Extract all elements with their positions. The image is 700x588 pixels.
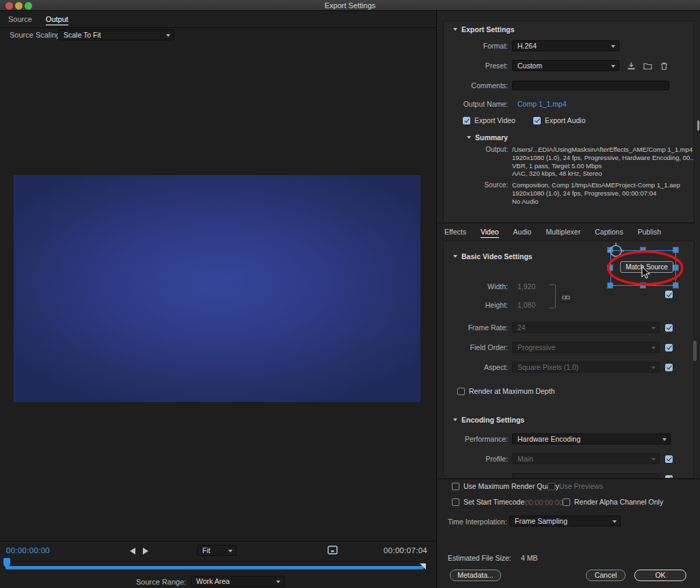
render-max-depth-toggle[interactable]: Render at Maximum Depth [457, 387, 554, 395]
render-alpha-toggle[interactable]: Render Alpha Channel Only [563, 498, 663, 506]
use-previews-checkbox [548, 483, 555, 490]
tab-audio[interactable]: Audio [513, 225, 532, 239]
set-start-timecode-toggle[interactable]: Set Start Timecode [452, 498, 524, 506]
encoding-settings-header[interactable]: Encoding Settings [453, 415, 524, 425]
tab-video[interactable]: Video [481, 225, 499, 239]
chain-link-icon [562, 295, 570, 300]
export-audio-label: Export Audio [545, 116, 586, 124]
use-max-quality-toggle[interactable]: Use Maximum Render Quality [452, 482, 559, 490]
profile-label: Profile: [444, 455, 508, 463]
render-max-depth-row: Render at Maximum Depth [444, 386, 694, 397]
summary-line: No Audio [512, 198, 694, 206]
preset-select[interactable]: Custom [512, 60, 619, 71]
match-source-button[interactable]: Match Source [620, 261, 673, 273]
tab-multiplexer[interactable]: Multiplexer [546, 225, 580, 239]
frame-rate-select: 24 [512, 322, 660, 333]
tab-publish[interactable]: Publish [638, 225, 661, 239]
in-point-icon[interactable] [130, 548, 135, 554]
source-scaling-row: Source Scaling: Scale To Fit [0, 29, 436, 41]
ok-button[interactable]: OK [634, 570, 686, 581]
comments-label: Comments: [444, 81, 508, 90]
export-audio-toggle[interactable]: Export Audio [533, 116, 586, 124]
render-max-depth-checkbox[interactable] [457, 388, 465, 395]
window-controls [5, 2, 32, 10]
export-audio-checkbox[interactable] [533, 117, 541, 124]
render-alpha-checkbox[interactable] [563, 498, 570, 506]
height-label: Height: [444, 301, 508, 309]
source-range-value: Work Area [196, 577, 230, 585]
source-scaling-select[interactable]: Scale To Fit [58, 29, 174, 40]
format-select[interactable]: H.264 [512, 40, 619, 51]
tab-source[interactable]: Source [8, 12, 32, 27]
comments-row: Comments: [444, 80, 694, 91]
out-point-icon[interactable] [143, 548, 148, 554]
zoom-window-button[interactable] [25, 2, 32, 10]
use-max-quality-checkbox[interactable] [452, 483, 459, 490]
source-range-select[interactable]: Work Area [191, 576, 284, 587]
settings-scrollbar-thumb[interactable] [693, 340, 697, 361]
settings-tab-bar: Effects Video Audio Multiplexer Captions… [438, 223, 695, 239]
width-value: 1,920 [512, 282, 535, 291]
frame-rate-label: Frame Rate: [444, 323, 508, 332]
import-preset-folder-icon[interactable] [643, 62, 652, 70]
height-value: 1,080 [512, 301, 535, 309]
clipped-select [512, 473, 660, 479]
format-label: Format: [444, 42, 508, 50]
width-row: Width: 1,920 [444, 281, 694, 292]
set-start-timecode-checkbox[interactable] [452, 498, 459, 506]
preview-panel: Source Output Source Scaling: Scale To F… [0, 11, 437, 588]
render-alpha-label: Render Alpha Channel Only [574, 498, 663, 506]
monitor-icon[interactable] [327, 546, 338, 554]
save-preset-icon[interactable] [627, 62, 636, 70]
performance-select[interactable]: Hardware Encoding [512, 433, 671, 444]
work-area-end-handle[interactable] [420, 563, 426, 570]
export-settings-header[interactable]: Export Settings [453, 25, 515, 34]
summary-line: VBR, 1 pass, Target 5.00 Mbps [512, 162, 694, 170]
minimize-window-button[interactable] [15, 2, 23, 10]
tab-captions[interactable]: Captions [595, 225, 623, 239]
comments-input[interactable] [512, 81, 669, 90]
delete-preset-icon[interactable] [660, 62, 669, 70]
output-name-link[interactable]: Comp 1_1.mp4 [512, 100, 567, 108]
field-order-enabled-checkbox[interactable] [665, 344, 673, 351]
export-video-label: Export Video [474, 116, 515, 124]
summary-line: 1920x1080 (1.0), 24 fps, Progressive, 00… [512, 189, 694, 198]
timeline-scrubber[interactable] [5, 566, 424, 570]
export-video-toggle[interactable]: Export Video [463, 116, 515, 124]
titlebar: Export Settings [0, 0, 700, 11]
time-interpolation-select[interactable]: Frame Sampling [509, 516, 621, 526]
profile-enabled-checkbox[interactable] [665, 455, 673, 463]
metadata-button[interactable]: Metadata... [450, 570, 501, 581]
performance-label: Performance: [444, 435, 508, 443]
frame-rate-row: Frame Rate: 24 [444, 322, 694, 333]
export-settings-group: Export Settings Format: H.264 Preset: Cu… [443, 21, 695, 223]
playhead-handle[interactable] [3, 558, 10, 569]
use-previews-label: Use Previews [559, 482, 603, 490]
aspect-label: Aspect: [444, 363, 508, 371]
current-timecode[interactable]: 00:00:00:00 [6, 546, 50, 554]
tab-effects[interactable]: Effects [444, 225, 466, 239]
summary-source-label: Source: [444, 181, 508, 205]
aspect-value: Square Pixels (1.0) [517, 363, 578, 371]
close-window-button[interactable] [5, 2, 13, 10]
frame-rate-value: 24 [517, 323, 526, 332]
summary-header[interactable]: Summary [467, 133, 508, 142]
export-video-checkbox[interactable] [463, 117, 470, 124]
render-max-depth-label: Render at Maximum Depth [469, 387, 554, 395]
cancel-button[interactable]: Cancel [586, 570, 625, 581]
summary-output-label: Output: [444, 146, 508, 178]
frame-rate-enabled-checkbox[interactable] [665, 324, 673, 332]
zoom-level-select[interactable]: Fit [197, 545, 237, 556]
source-range-label: Source Range: [136, 578, 186, 586]
preset-row: Preset: Custom [444, 60, 694, 71]
tab-output[interactable]: Output [46, 12, 68, 27]
size-link-toggle[interactable] [560, 293, 572, 302]
viewer-tab-bar: Source Output [0, 11, 436, 28]
chevron-down-icon [453, 418, 457, 421]
basic-video-settings-header[interactable]: Basic Video Settings [453, 252, 533, 261]
width-label: Width: [444, 282, 508, 291]
summary-output-block: Output: /Users/...EDIA/UsingMasksinAfter… [444, 146, 694, 178]
field-order-label: Field Order: [444, 343, 508, 351]
size-enabled-checkbox[interactable] [665, 291, 673, 298]
aspect-enabled-checkbox[interactable] [665, 364, 673, 371]
